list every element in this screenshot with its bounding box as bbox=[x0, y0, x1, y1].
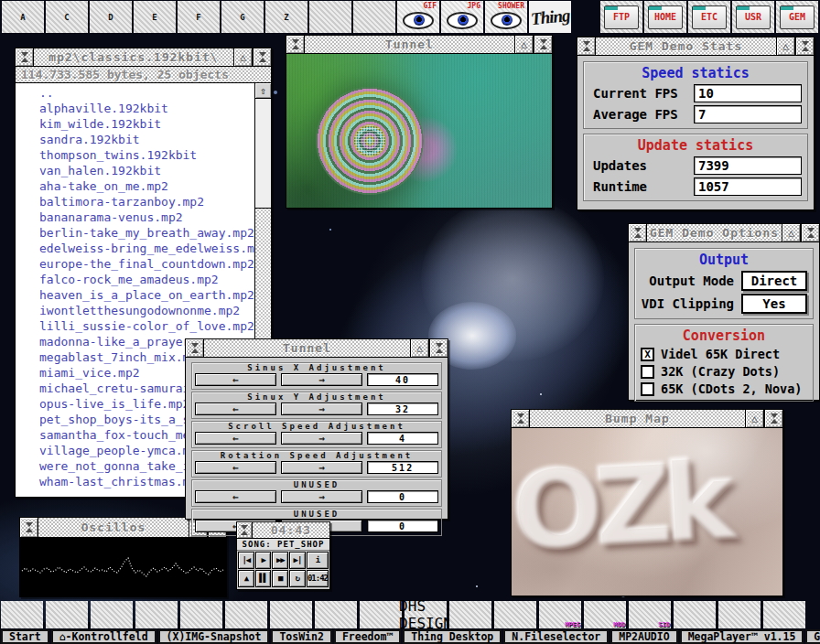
file-list-item[interactable]: .. bbox=[16, 85, 254, 101]
file-list-item[interactable]: bananarama-venus.mp2 bbox=[16, 209, 254, 225]
player-button[interactable]: 01:42 bbox=[307, 570, 329, 587]
folder-shortcut-icon[interactable]: USR bbox=[732, 1, 774, 33]
taskbar-app-icon[interactable]: SID bbox=[629, 601, 671, 628]
file-list-item[interactable]: heaven_is_a_place_on_earth.mp2 bbox=[16, 287, 254, 303]
close-icon[interactable] bbox=[629, 224, 647, 242]
fuller-icon[interactable]: △ bbox=[411, 339, 429, 357]
folder-shortcut-icon[interactable]: GEM bbox=[776, 1, 818, 33]
bump-map-title[interactable]: Bump Map bbox=[530, 410, 746, 427]
sizer-icon[interactable] bbox=[253, 48, 271, 66]
taskbar-tab[interactable]: MP2AUDIO bbox=[610, 629, 677, 644]
file-list-item[interactable]: europe-the_final_countdown.mp2 bbox=[16, 256, 254, 272]
file-list-item[interactable]: falco-rock_me_amadeus.mp2 bbox=[16, 272, 254, 287]
file-list-item[interactable]: sandra.192kbit bbox=[16, 132, 254, 147]
taskbar-app-icon[interactable] bbox=[46, 601, 88, 628]
drive-icon[interactable]: F bbox=[178, 1, 220, 33]
drive-icon[interactable]: A bbox=[2, 1, 44, 33]
taskbar-tab[interactable]: ⌂-Kontrollfeld bbox=[51, 629, 156, 644]
close-icon[interactable] bbox=[186, 339, 204, 357]
drive-icon[interactable]: C bbox=[46, 1, 88, 33]
player-button[interactable]: ■ bbox=[272, 570, 288, 587]
player-button[interactable]: ▶▶ bbox=[272, 552, 288, 569]
options-title[interactable]: GEM Demo Options bbox=[647, 224, 782, 242]
drive-icon[interactable]: E bbox=[134, 1, 176, 33]
taskbar-tab[interactable]: GEM Demo v0.1 bbox=[805, 629, 820, 644]
drive-icon[interactable]: Z bbox=[265, 1, 308, 33]
drive-icon[interactable]: D bbox=[90, 1, 132, 33]
taskbar-app-icon[interactable] bbox=[180, 601, 222, 628]
drive-icon[interactable]: G bbox=[221, 1, 264, 33]
fuller-icon[interactable]: △ bbox=[234, 48, 253, 66]
fuller-icon[interactable]: △ bbox=[746, 410, 764, 427]
taskbar-app-icon[interactable] bbox=[360, 601, 402, 628]
folder-shortcut-icon[interactable]: HOME bbox=[644, 1, 686, 33]
file-list-item[interactable]: edelweiss-bring_me_edelweiss.mp2 bbox=[16, 241, 254, 256]
taskbar-app-icon[interactable] bbox=[270, 601, 312, 628]
tunnel-view-title[interactable]: Tunnel bbox=[305, 36, 515, 53]
checkbox-icon[interactable] bbox=[641, 382, 654, 396]
sizer-icon[interactable] bbox=[795, 38, 814, 55]
decrease-button[interactable]: ← bbox=[195, 461, 276, 474]
file-list-item[interactable]: kim_wilde.192kbit bbox=[16, 116, 254, 132]
player-button[interactable]: ▲ bbox=[238, 570, 254, 587]
taskbar-tab[interactable]: (X)IMG-Snapshot bbox=[158, 629, 270, 644]
taskbar-app-icon[interactable] bbox=[315, 601, 357, 628]
tunnel-controls-title[interactable]: Tunnel bbox=[204, 339, 411, 357]
file-list-item[interactable]: thompson_twins.192kbit bbox=[16, 147, 254, 163]
increase-button[interactable]: → bbox=[281, 461, 362, 474]
taskbar-app-icon[interactable]: MOD bbox=[584, 601, 626, 628]
image-viewer-eye-icon[interactable]: SHOWER bbox=[485, 1, 527, 33]
increase-button[interactable]: → bbox=[281, 490, 362, 503]
file-list-item[interactable]: aha-take_on_me.mp2 bbox=[16, 178, 254, 194]
taskbar-tab[interactable]: Freedom™ bbox=[334, 629, 401, 644]
thing-logo-icon[interactable]: Thing bbox=[529, 1, 571, 33]
file-list-item[interactable]: van_halen.192kbit bbox=[16, 163, 254, 178]
conversion-option-row[interactable]: X Videl 65K Direct bbox=[641, 347, 807, 361]
taskbar-app-icon[interactable]: DHS DESIGN bbox=[405, 601, 447, 628]
sizer-icon[interactable] bbox=[429, 339, 448, 357]
taskbar-app-icon[interactable] bbox=[449, 601, 491, 628]
taskbar-app-icon[interactable] bbox=[135, 601, 178, 628]
fuller-icon[interactable]: △ bbox=[515, 36, 534, 53]
image-viewer-eye-icon[interactable]: JPG bbox=[441, 1, 483, 33]
taskbar-tab[interactable]: TosWin2 bbox=[271, 629, 331, 644]
file-window-title[interactable]: mp2\classics.192kbit\ bbox=[34, 48, 234, 66]
decrease-button[interactable]: ← bbox=[195, 490, 276, 503]
player-button[interactable]: |◀ bbox=[238, 552, 254, 569]
taskbar-app-icon[interactable] bbox=[91, 601, 133, 628]
taskbar-app-icon[interactable] bbox=[225, 601, 267, 628]
fuller-icon[interactable]: △ bbox=[782, 224, 801, 242]
taskbar-app-icon[interactable] bbox=[1, 601, 43, 628]
increase-button[interactable]: → bbox=[281, 432, 362, 445]
stats-title[interactable]: GEM Demo Stats bbox=[596, 38, 777, 55]
image-viewer-eye-icon[interactable]: GIF bbox=[397, 1, 439, 33]
taskbar-app-icon[interactable] bbox=[494, 601, 536, 628]
option-value-button[interactable]: Direct bbox=[741, 271, 807, 291]
checkbox-icon[interactable]: X bbox=[641, 348, 654, 361]
player-button[interactable]: ▌▌ bbox=[255, 570, 272, 587]
close-icon[interactable] bbox=[20, 518, 38, 537]
file-list-item[interactable]: iwontletthesungodownonme.mp2 bbox=[16, 303, 254, 318]
close-icon[interactable] bbox=[512, 410, 530, 427]
file-list-item[interactable]: berlin-take_my_breath_away.mp2 bbox=[16, 225, 254, 241]
file-list-item[interactable]: alphaville.192kbit bbox=[16, 101, 254, 116]
taskbar-app-icon[interactable] bbox=[718, 601, 761, 628]
conversion-option-row[interactable]: 32K (Crazy Dots) bbox=[641, 364, 807, 379]
option-value-button[interactable]: Yes bbox=[741, 294, 807, 314]
increase-button[interactable]: → bbox=[281, 373, 362, 386]
taskbar-app-icon[interactable]: MPEG bbox=[539, 601, 581, 628]
folder-shortcut-icon[interactable]: FTP bbox=[600, 1, 642, 33]
taskbar-app-icon[interactable] bbox=[763, 601, 805, 628]
taskbar-tab[interactable]: N.Fileselector bbox=[503, 629, 609, 644]
taskbar-tab[interactable]: Start bbox=[1, 629, 49, 644]
decrease-button[interactable]: ← bbox=[195, 373, 276, 386]
decrease-button[interactable]: ← bbox=[195, 402, 276, 415]
player-button[interactable]: ↻ bbox=[289, 570, 306, 587]
close-icon[interactable] bbox=[577, 38, 596, 55]
conversion-option-row[interactable]: 65K (CDots 2, Nova) bbox=[641, 381, 807, 396]
sizer-icon[interactable] bbox=[764, 410, 782, 427]
drive-icon[interactable] bbox=[309, 1, 351, 33]
sizer-icon[interactable] bbox=[534, 36, 552, 53]
scroll-up-icon[interactable]: ⇧ bbox=[255, 83, 271, 99]
increase-button[interactable]: → bbox=[281, 402, 362, 415]
